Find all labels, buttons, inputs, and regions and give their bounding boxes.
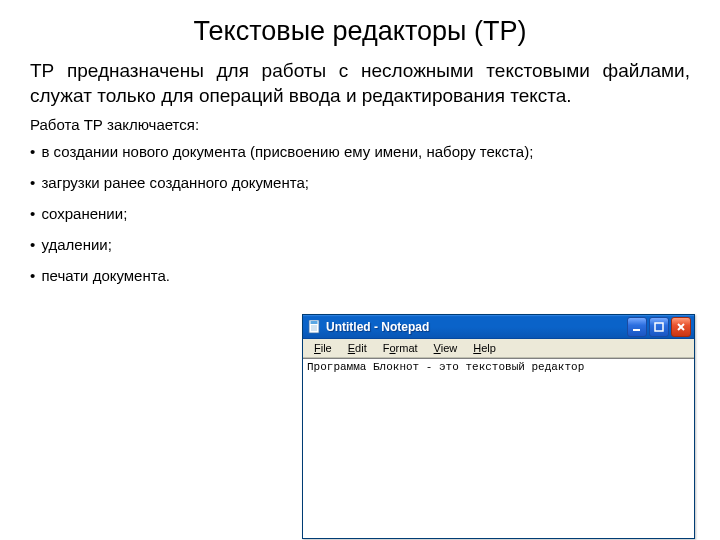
notepad-title: Untitled - Notepad xyxy=(326,320,627,334)
svg-rect-1 xyxy=(311,321,318,324)
maximize-button[interactable] xyxy=(649,317,669,337)
notepad-titlebar[interactable]: Untitled - Notepad xyxy=(303,315,694,339)
notepad-textarea[interactable]: Программа Блокнот - это текстовый редакт… xyxy=(303,358,694,537)
list-item: • сохранении; xyxy=(30,205,690,222)
slide-body-text: ТР предназначены для работы с несложными… xyxy=(30,59,690,108)
menu-view[interactable]: View xyxy=(427,341,465,355)
menu-format[interactable]: Format xyxy=(376,341,425,355)
notepad-window: Untitled - Notepad File Edit Format View… xyxy=(302,314,695,539)
close-button[interactable] xyxy=(671,317,691,337)
slide-container: Текстовые редакторы (ТР) ТР предназначен… xyxy=(0,0,720,284)
list-item: • удалении; xyxy=(30,236,690,253)
list-item: • в создании нового документа (присвоени… xyxy=(30,143,690,160)
slide-subhead: Работа ТР заключается: xyxy=(30,116,690,133)
menu-edit[interactable]: Edit xyxy=(341,341,374,355)
notepad-icon xyxy=(308,320,322,334)
menu-file[interactable]: File xyxy=(307,341,339,355)
minimize-button[interactable] xyxy=(627,317,647,337)
list-item: • печати документа. xyxy=(30,267,690,284)
svg-rect-6 xyxy=(655,323,663,331)
svg-rect-5 xyxy=(633,329,640,331)
list-item: • загрузки ранее созданного документа; xyxy=(30,174,690,191)
notepad-menubar: File Edit Format View Help xyxy=(303,339,694,358)
menu-help[interactable]: Help xyxy=(466,341,503,355)
slide-title: Текстовые редакторы (ТР) xyxy=(30,16,690,47)
bullet-list: • в создании нового документа (присвоени… xyxy=(30,143,690,284)
